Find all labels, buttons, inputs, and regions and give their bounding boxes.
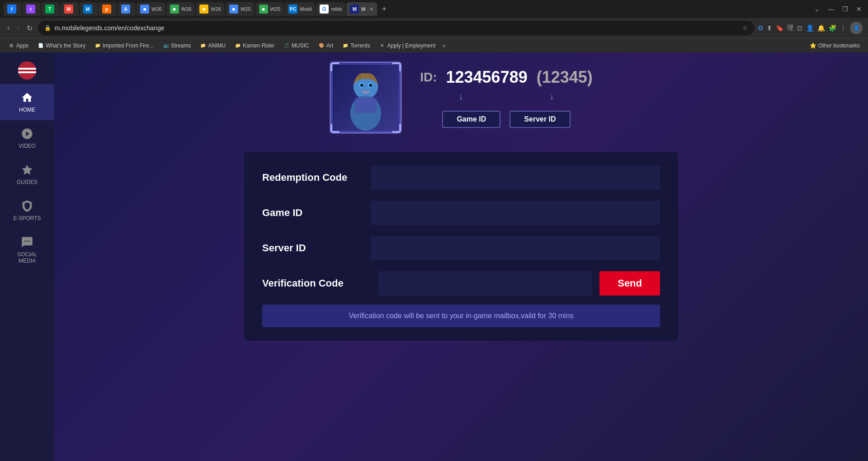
streams-icon: 📺: [163, 42, 169, 49]
sidebar-social-label: SOCIALMEDIA: [17, 251, 37, 264]
tab-sheets-w25-1[interactable]: ■ W25: [226, 2, 255, 16]
star-icon[interactable]: ☆: [742, 24, 748, 32]
id-badges: Game ID Server ID: [442, 111, 570, 128]
tab-google-mlbb[interactable]: G mlbb: [316, 2, 345, 16]
bookmark-imported-label: Imported From Fire...: [103, 42, 154, 49]
esports-icon: [21, 200, 33, 212]
game-id-input[interactable]: [371, 201, 660, 225]
redemption-code-row: Redemption Code: [262, 165, 660, 190]
redemption-code-input[interactable]: [371, 165, 660, 190]
restore-button[interactable]: ❐: [840, 5, 851, 14]
menu-icon[interactable]: ⋮: [840, 24, 846, 32]
bookmark-whats-the-story[interactable]: 📄 What's the Story: [34, 42, 89, 50]
sidebar-item-video[interactable]: VIDEO: [0, 120, 54, 156]
extensions-icon[interactable]: ⊡: [797, 24, 802, 32]
tab-favicon-ads: A: [121, 5, 130, 14]
sidebar-item-social[interactable]: SOCIALMEDIA: [0, 229, 54, 272]
animu-icon: 📁: [200, 42, 206, 49]
kamen-rider-icon: 📁: [235, 42, 241, 49]
tab-sheets-w26-1[interactable]: ■ W26: [137, 2, 165, 16]
url-icons: ☆: [742, 24, 748, 32]
svg-rect-18: [330, 62, 332, 71]
bookmark-apps[interactable]: ⊞ Apps: [5, 42, 32, 50]
server-id-badge-button[interactable]: Server ID: [509, 111, 570, 128]
player-id-display: ID: 123456789 (12345): [420, 68, 593, 87]
tab-facebook[interactable]: f: [4, 2, 22, 16]
tab-favicon-gmail1: M: [64, 5, 73, 14]
bookmark-torrents[interactable]: 📁 Torrents: [339, 42, 373, 50]
bookmark-imported[interactable]: 📁 Imported From Fire...: [91, 42, 157, 50]
main-content: ID: 123456789 (12345) ↓ ↓ Game ID Server…: [54, 52, 868, 461]
bookmarks-overflow[interactable]: »: [443, 42, 446, 49]
bookmark-music[interactable]: 🎵 MUSIC: [280, 42, 313, 50]
bookmark-kamen-rider[interactable]: 📁 Kamen Rider: [231, 42, 278, 50]
minimize-button[interactable]: —: [825, 5, 837, 14]
tab-list-button[interactable]: ⌄: [811, 5, 822, 14]
back-button[interactable]: ‹: [5, 22, 11, 34]
google-icon[interactable]: G: [758, 24, 763, 32]
share-icon[interactable]: ⬆: [767, 24, 772, 32]
tab-favicon-sheets2: ■: [170, 5, 179, 14]
forward-button[interactable]: ›: [15, 22, 21, 34]
language-selector[interactable]: [18, 57, 36, 84]
profile-avatar[interactable]: 👤: [850, 22, 863, 34]
id-arrows: ↓ ↓: [420, 91, 593, 102]
tab-favicon-tv: T: [45, 5, 54, 14]
tab-favicon-pc: PC: [288, 5, 297, 14]
bookmark-animu-label: ANIMU: [208, 42, 226, 49]
tab-favicon-facebook: f: [7, 5, 16, 14]
tab-twitch[interactable]: t: [23, 2, 41, 16]
notice-bar: Verification code will be sent to your i…: [262, 305, 660, 327]
tab-sheets-w25-2[interactable]: ■ W25: [255, 2, 284, 16]
send-button[interactable]: Send: [599, 271, 660, 296]
new-tab-button[interactable]: +: [378, 5, 390, 14]
game-id-badge-button[interactable]: Game ID: [442, 111, 500, 128]
translate-icon[interactable]: 理: [787, 24, 793, 32]
server-id-input[interactable]: [371, 236, 660, 260]
apps-grid-icon: ⊞: [8, 42, 14, 49]
bookmark-apply[interactable]: ✳ Apply | Employment: [375, 42, 439, 50]
sidebar-item-home[interactable]: HOME: [0, 84, 54, 120]
tab-label-sheets3: W26: [211, 6, 221, 12]
tab-favicon-twitch: t: [26, 5, 35, 14]
tab-sheets-w26-2[interactable]: ■ W26: [166, 2, 195, 16]
torrents-icon: 📁: [342, 42, 349, 49]
account-icon[interactable]: 👤: [806, 24, 814, 32]
server-id-arrow: ↓: [549, 91, 554, 102]
tab-favicon-google: G: [320, 5, 329, 14]
sidebar-item-guides[interactable]: GUIDES: [0, 156, 54, 193]
tab-label-sheets5: W25: [270, 6, 281, 12]
tab-gmail1[interactable]: M: [61, 2, 79, 16]
redemption-form: Redemption Code Game ID Server ID Verifi…: [244, 152, 678, 341]
verification-code-input[interactable]: [378, 271, 592, 296]
tab-gmail2[interactable]: M: [80, 2, 98, 16]
tab-favicon-sheets3: ■: [199, 5, 208, 14]
tab-mobile-legends-game[interactable]: PC Mobil: [285, 2, 315, 16]
bookmark-art[interactable]: 🎨 Art: [315, 42, 337, 50]
tab-poki[interactable]: p: [99, 2, 117, 16]
notifications-icon[interactable]: 🔔: [817, 24, 825, 32]
tab-ads[interactable]: A: [118, 2, 136, 16]
tab-tv[interactable]: T: [42, 2, 60, 16]
bookmark-streams[interactable]: 📺 Streams: [159, 42, 195, 50]
reload-button[interactable]: ↻: [25, 22, 34, 34]
puzzle-icon[interactable]: 🧩: [829, 24, 836, 32]
tab-mobilelegends-active[interactable]: M M ✕: [346, 2, 377, 16]
svg-rect-20: [399, 62, 401, 71]
close-window-button[interactable]: ✕: [854, 5, 864, 14]
bookmark-story-label: What's the Story: [46, 42, 85, 49]
other-bookmarks[interactable]: ⭐ Other bookmarks: [806, 42, 863, 50]
tab-label-sheets2: W26: [181, 6, 192, 12]
verification-code-label: Verification Code: [262, 278, 371, 289]
tab-sheets-w26-3[interactable]: ■ W26: [196, 2, 225, 16]
hero-info: ID: 123456789 (12345) ↓ ↓ Game ID Server…: [420, 68, 593, 128]
tab-label-ml: M: [361, 6, 365, 12]
sidebar-video-label: VIDEO: [19, 143, 35, 149]
bookmark-icon[interactable]: 🔖: [776, 24, 783, 32]
bookmark-apps-label: Apps: [16, 42, 28, 49]
url-bar[interactable]: 🔒 m.mobilelegends.com/en/codexchange ☆: [38, 21, 755, 35]
bookmark-animu[interactable]: 📁 ANIMU: [196, 42, 229, 50]
tab-label-google: mlbb: [331, 6, 342, 12]
tab-close-button[interactable]: ✕: [369, 6, 373, 12]
sidebar-item-esports[interactable]: E-SPORTS: [0, 193, 54, 229]
